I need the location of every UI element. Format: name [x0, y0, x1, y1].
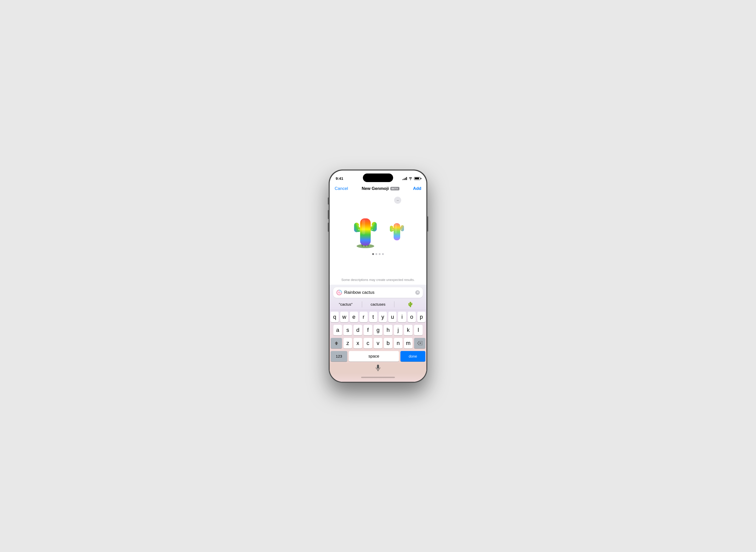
battery-fill — [415, 177, 419, 179]
key-row-3: z x c v b n m — [331, 338, 425, 349]
power-button[interactable] — [427, 217, 428, 232]
genmoji-icon — [336, 289, 342, 295]
emoji-carousel — [335, 214, 421, 249]
keyboard-area: Rainbow cactus ✕ "cactus" cactuses 🌵 — [330, 285, 426, 373]
nav-title: New Genmoji — [362, 186, 389, 191]
svg-rect-17 — [362, 220, 365, 235]
more-dots-icon: ··· — [397, 198, 399, 202]
cactus-main-emoji[interactable] — [349, 214, 382, 249]
svg-line-12 — [371, 222, 373, 223]
cancel-button[interactable]: Cancel — [335, 186, 348, 191]
key-k[interactable]: k — [404, 325, 412, 335]
clear-button[interactable]: ✕ — [415, 290, 420, 295]
status-time: 9:41 — [336, 176, 343, 180]
svg-rect-23 — [395, 224, 397, 234]
key-row-1: q w e r t y u i o p — [331, 312, 425, 322]
phone-frame: 9:41 Cancel New Genmoj — [329, 170, 427, 383]
beta-badge: BETA — [390, 187, 399, 190]
input-field[interactable]: Rainbow cactus ✕ — [333, 287, 423, 298]
page-dot-1[interactable] — [372, 253, 374, 255]
backspace-key[interactable] — [414, 338, 425, 349]
key-u[interactable]: u — [388, 312, 396, 322]
key-m[interactable]: m — [404, 338, 412, 349]
microphone-icon — [375, 365, 381, 371]
signal-bar-3 — [405, 178, 406, 180]
shift-key[interactable] — [331, 338, 342, 349]
numbers-key[interactable]: 123 — [331, 351, 347, 362]
clear-icon: ✕ — [416, 291, 419, 294]
autocomplete-item-emoji[interactable]: 🌵 — [394, 300, 426, 308]
description-text: Some descriptions may create unexpected … — [330, 275, 426, 285]
signal-bar-1 — [402, 179, 403, 180]
svg-line-9 — [358, 222, 360, 223]
page-dot-4[interactable] — [382, 253, 384, 255]
svg-rect-8 — [360, 219, 371, 246]
navigation-bar: Cancel New Genmoji BETA Add — [330, 183, 426, 194]
key-p[interactable]: p — [417, 312, 425, 322]
svg-rect-32 — [377, 365, 379, 369]
emoji-preview-section: ··· — [330, 194, 426, 275]
microphone-button[interactable] — [375, 365, 381, 372]
key-v[interactable]: v — [374, 338, 382, 349]
svg-rect-19 — [390, 226, 393, 232]
page-dots — [372, 253, 384, 255]
cactus-small-emoji[interactable] — [387, 220, 407, 243]
key-z[interactable]: z — [344, 338, 352, 349]
key-f[interactable]: f — [364, 325, 372, 335]
signal-icon — [402, 177, 407, 180]
key-c[interactable]: c — [364, 338, 372, 349]
key-i[interactable]: i — [398, 312, 406, 322]
page-dot-2[interactable] — [375, 253, 377, 255]
key-row-2: a s d f g h j k l — [331, 325, 425, 335]
key-l[interactable]: l — [414, 325, 423, 335]
svg-point-29 — [339, 292, 340, 293]
key-h[interactable]: h — [384, 325, 392, 335]
keyboard-rows: q w e r t y u i o p a s — [330, 310, 426, 349]
svg-line-15 — [364, 216, 365, 219]
dynamic-island — [363, 173, 393, 182]
svg-line-16 — [365, 216, 367, 219]
key-n[interactable]: n — [394, 338, 402, 349]
key-d[interactable]: d — [354, 325, 362, 335]
key-j[interactable]: j — [394, 325, 402, 335]
home-bar — [330, 373, 426, 382]
input-row: Rainbow cactus ✕ — [330, 285, 426, 299]
space-key[interactable]: space — [349, 351, 399, 362]
autocomplete-item-word[interactable]: cactuses — [362, 301, 394, 307]
microphone-row — [330, 363, 426, 373]
svg-point-28 — [336, 290, 342, 295]
key-w[interactable]: w — [340, 312, 348, 322]
silent-button[interactable] — [328, 197, 329, 204]
wifi-icon — [408, 177, 412, 180]
autocomplete-item-quoted[interactable]: "cactus" — [330, 301, 362, 307]
key-s[interactable]: s — [344, 325, 352, 335]
key-r[interactable]: r — [360, 312, 368, 322]
add-button[interactable]: Add — [413, 186, 421, 191]
key-e[interactable]: e — [350, 312, 358, 322]
key-t[interactable]: t — [369, 312, 377, 322]
svg-rect-7 — [372, 222, 377, 232]
backspace-icon — [417, 341, 422, 345]
key-x[interactable]: x — [354, 338, 362, 349]
page-dot-3[interactable] — [379, 253, 381, 255]
input-text[interactable]: Rainbow cactus — [344, 290, 413, 295]
nav-title-container: New Genmoji BETA — [362, 186, 399, 191]
content-area: ··· — [330, 194, 426, 382]
key-g[interactable]: g — [374, 325, 382, 335]
key-o[interactable]: o — [408, 312, 416, 322]
signal-bar-2 — [404, 178, 404, 180]
key-b[interactable]: b — [384, 338, 392, 349]
status-bar: 9:41 — [330, 170, 426, 183]
battery-icon — [414, 177, 420, 180]
volume-down-button[interactable] — [328, 223, 329, 232]
key-q[interactable]: q — [331, 312, 339, 322]
volume-up-button[interactable] — [328, 210, 329, 219]
more-button[interactable]: ··· — [394, 197, 401, 204]
key-y[interactable]: y — [379, 312, 387, 322]
autocomplete-row: "cactus" cactuses 🌵 — [330, 299, 426, 310]
key-a[interactable]: a — [333, 325, 342, 335]
done-key[interactable]: done — [400, 351, 425, 362]
signal-bar-4 — [406, 177, 407, 180]
bottom-row: 123 space done — [330, 351, 426, 362]
status-icons — [402, 177, 420, 180]
